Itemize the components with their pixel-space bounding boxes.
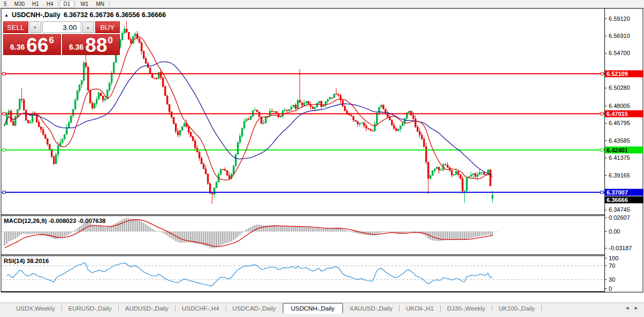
- svg-text:6.36666: 6.36666: [607, 197, 628, 203]
- buy-price-prefix: 6.36: [69, 43, 83, 51]
- rsi-indicator-title: RSI(14) 38.2016: [4, 258, 49, 264]
- volume-decrease-button[interactable]: ▼: [29, 21, 41, 33]
- buy-price-button[interactable]: 6.36 88 0: [62, 34, 120, 55]
- tab-separator: [541, 305, 542, 312]
- timeframe-button-h4[interactable]: H4: [43, 1, 57, 7]
- chart-window: 6.591206.569106.547006.502806.480056.457…: [0, 8, 644, 292]
- buy-button[interactable]: BUY: [95, 21, 120, 33]
- svg-text:6.47015: 6.47015: [607, 111, 628, 117]
- chart-tab-audusddaily[interactable]: AUDUSD-,Daily: [119, 304, 175, 313]
- chart-symbol-label: USDCNH-,Daily: [12, 11, 60, 19]
- sell-price-prefix: 6.36: [10, 43, 25, 51]
- chart-ohlc-values: 6.36732 6.36736 6.36556 6.36666: [64, 11, 166, 19]
- sell-button[interactable]: SELL: [3, 21, 28, 33]
- chart-tabs: USDX,WeeklyEURUSD-,DailyAUDUSD-,DailyUSD…: [10, 303, 623, 314]
- chart-tab-ukoilh1[interactable]: UKOil-,H1: [400, 304, 440, 313]
- svg-text:6.45795: 6.45795: [609, 120, 630, 126]
- timeframe-toolbar: 5M30H1H4D1W1MN: [0, 0, 644, 9]
- timeframe-button-w1[interactable]: W1: [76, 1, 92, 7]
- buy-price-sup: 0: [108, 35, 112, 46]
- caret-up-icon: ▲: [86, 26, 90, 29]
- chart-tab-xauusddaily[interactable]: XAUUSD-,Daily: [343, 304, 400, 313]
- chart-tab-dj30weekly[interactable]: DJ30-,Weekly: [441, 304, 492, 313]
- svg-text:6.39165: 6.39165: [609, 172, 630, 179]
- caret-down-icon: ▼: [33, 26, 37, 29]
- timeframe-button-m30[interactable]: M30: [11, 1, 28, 7]
- chart-tab-bar: USDX,WeeklyEURUSD-,DailyAUDUSD-,DailyUSD…: [0, 303, 644, 317]
- volume-input[interactable]: 3.00: [42, 21, 81, 33]
- chart-tab-usdxweekly[interactable]: USDX,Weekly: [10, 304, 62, 313]
- svg-text:6.56910: 6.56910: [609, 33, 630, 39]
- toolbar-separator: [109, 1, 110, 7]
- toolbar-separator: [75, 1, 75, 7]
- svg-text:6.37007: 6.37007: [607, 189, 628, 196]
- expand-triangle-icon[interactable]: ▲: [4, 13, 9, 18]
- svg-text:70: 70: [609, 262, 615, 269]
- svg-text:6.43585: 6.43585: [609, 137, 630, 144]
- svg-text:6.50280: 6.50280: [609, 84, 630, 91]
- tab-scroll-right-icon[interactable]: ►: [634, 305, 639, 311]
- chart-tab-eurusddaily[interactable]: EURUSD-,Daily: [62, 304, 118, 313]
- svg-text:6.54700: 6.54700: [609, 50, 630, 56]
- sell-price-big: 66: [26, 37, 48, 53]
- chart-tab-uk100daily[interactable]: UK100-,Daily: [492, 304, 541, 313]
- timeframe-button-h1[interactable]: H1: [28, 1, 43, 7]
- chart-ohlc-header: ▲ USDCNH-,Daily 6.36732 6.36736 6.36556 …: [4, 11, 166, 19]
- tab-scroll-left-icon[interactable]: ◄: [625, 305, 630, 311]
- svg-text:30: 30: [609, 276, 615, 283]
- svg-text:6.42401: 6.42401: [607, 147, 628, 153]
- chart-tab-usdcnhdaily[interactable]: USDCNH-,Daily: [283, 303, 343, 314]
- svg-text:0.02607: 0.02607: [609, 214, 630, 221]
- svg-text:0: 0: [609, 285, 612, 292]
- sell-price-button[interactable]: 6.36 66 6: [3, 34, 61, 55]
- sell-price-sup: 6: [49, 35, 53, 46]
- chart-tab-usdchfh4[interactable]: USDCHF-,H4: [175, 304, 226, 313]
- svg-text:100: 100: [609, 255, 618, 261]
- svg-text:0.00: 0.00: [609, 228, 620, 235]
- timeframe-button-5[interactable]: 5: [0, 1, 11, 7]
- one-click-trade-panel: SELL ▼ 3.00 ▲ BUY 6.36 66 6 6.36 88 0: [3, 21, 120, 55]
- svg-text:6.34745: 6.34745: [609, 206, 630, 213]
- macd-indicator-title: MACD(12,26,9) -0.008023 -0.007638: [4, 218, 106, 224]
- mt4-terminal: 5M30H1H4D1W1MN 6.591206.569106.547006.50…: [0, 0, 644, 317]
- svg-text:6.59120: 6.59120: [609, 16, 630, 22]
- tab-scroll-nav: ◄ ►: [625, 305, 639, 311]
- volume-increase-button[interactable]: ▲: [82, 21, 94, 33]
- toolbar-separator: [58, 1, 59, 7]
- svg-text:6.52109: 6.52109: [607, 71, 628, 77]
- timeframe-button-mn[interactable]: MN: [92, 1, 108, 7]
- chart-tab-usdcaddaily[interactable]: USDCAD-,Daily: [226, 304, 282, 313]
- timeframe-button-d1[interactable]: D1: [60, 0, 74, 8]
- svg-text:6.48005: 6.48005: [609, 103, 630, 109]
- svg-text:6.41375: 6.41375: [609, 154, 630, 161]
- buy-price-big: 88: [85, 37, 107, 53]
- svg-text:-0.03187: -0.03187: [609, 245, 632, 251]
